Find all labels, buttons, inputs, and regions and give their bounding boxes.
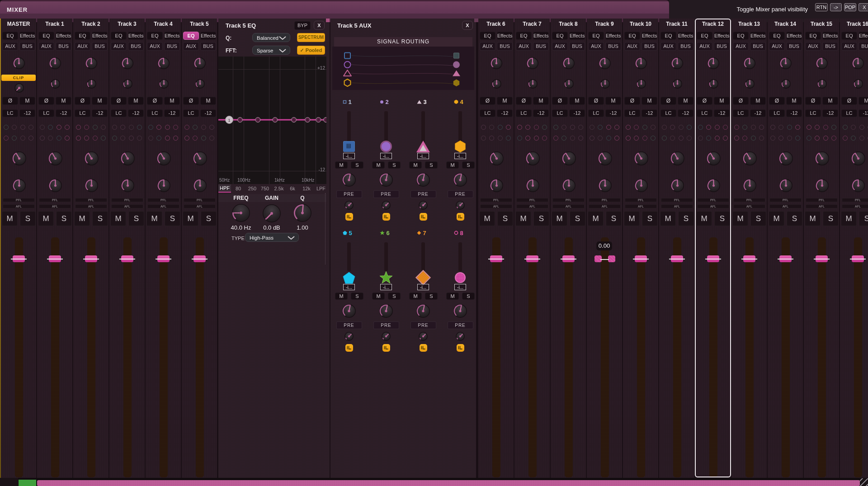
svg-text:6: 6 — [307, 118, 309, 122]
svg-text:4: 4 — [274, 118, 276, 122]
svg-text:1: 1 — [228, 118, 230, 123]
svg-text:7: 7 — [317, 118, 320, 122]
svg-text:3: 3 — [257, 118, 259, 122]
svg-text:8: 8 — [325, 118, 326, 122]
svg-text:5: 5 — [293, 118, 295, 122]
svg-text:2: 2 — [239, 118, 241, 122]
